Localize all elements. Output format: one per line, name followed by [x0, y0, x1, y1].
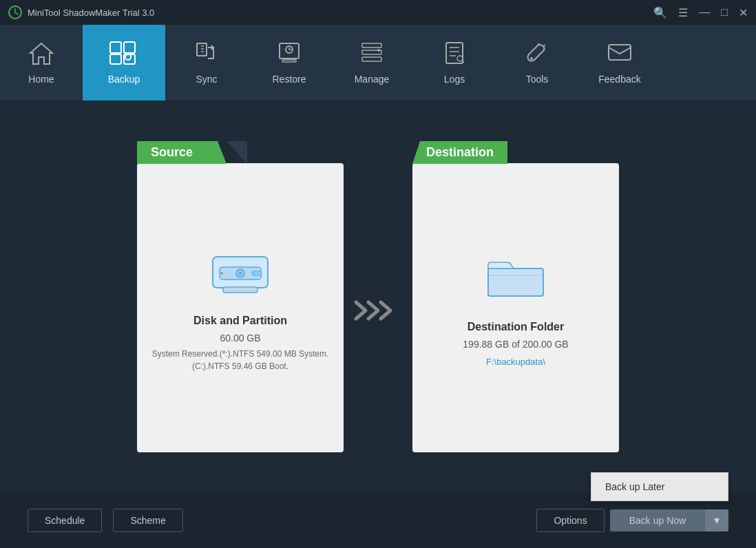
nav-item-restore[interactable]: Restore	[248, 25, 330, 101]
arrow-area	[344, 269, 412, 324]
svg-rect-13	[446, 43, 463, 63]
nav-label-feedback: Feedback	[598, 74, 640, 85]
bottom-right-actions: Options Back up Now ▼	[536, 509, 728, 532]
search-icon[interactable]: 🔍	[653, 6, 667, 19]
nav-item-backup[interactable]: Backup	[83, 25, 165, 101]
destination-card[interactable]: Destination Folder 199.88 GB of 200.00 G…	[412, 163, 619, 452]
backup-dropdown-button[interactable]: ▼	[705, 509, 728, 531]
content-area: Source Disk a	[0, 101, 756, 493]
scheme-button[interactable]: Scheme	[113, 509, 182, 532]
backup-later-item[interactable]: Back up Later	[591, 473, 728, 500]
source-card-detail: System Reserved.(*:).NTFS 549.00 MB Syst…	[151, 348, 330, 372]
app-logo-icon	[8, 6, 22, 19]
svg-rect-11	[362, 57, 381, 61]
svg-point-14	[457, 56, 463, 61]
bottom-left-actions: Schedule Scheme	[28, 509, 183, 532]
svg-point-22	[220, 272, 223, 275]
source-card-title: Disk and Partition	[193, 315, 287, 327]
disk-icon	[202, 243, 278, 301]
feedback-icon	[606, 41, 633, 70]
nav-item-manage[interactable]: Manage	[330, 25, 413, 101]
title-bar: MiniTool ShadowMaker Trial 3.0 🔍 ☰ — □ ✕	[0, 0, 756, 25]
nav-label-sync: Sync	[196, 74, 217, 85]
backup-icon	[109, 41, 139, 70]
window-controls: 🔍 ☰ — □ ✕	[653, 6, 748, 19]
nav-item-logs[interactable]: Logs	[413, 25, 496, 101]
tools-icon	[525, 41, 549, 70]
minimize-icon[interactable]: —	[699, 6, 710, 19]
backup-now-button[interactable]: Back up Now	[610, 509, 705, 531]
home-icon	[28, 41, 55, 70]
bottom-bar: Schedule Scheme Options Back up Now ▼	[0, 493, 756, 548]
sync-icon	[194, 41, 219, 70]
svg-point-15	[530, 57, 533, 60]
options-button[interactable]: Options	[536, 509, 604, 532]
menu-icon[interactable]: ☰	[678, 6, 688, 19]
destination-wrapper: Destination Destination Folder 199.88 GB…	[412, 141, 619, 452]
svg-rect-23	[252, 271, 262, 275]
nav-item-feedback[interactable]: Feedback	[578, 25, 661, 101]
nav-label-home: Home	[28, 74, 54, 85]
nav-item-tools[interactable]: Tools	[496, 25, 578, 101]
svg-rect-21	[223, 287, 258, 293]
nav-label-restore: Restore	[272, 74, 306, 85]
nav-label-tools: Tools	[526, 74, 549, 85]
nav-item-sync[interactable]: Sync	[165, 25, 248, 101]
svg-rect-8	[282, 60, 296, 62]
manage-icon	[359, 41, 384, 70]
app-title: MiniTool ShadowMaker Trial 3.0	[28, 8, 154, 18]
nav-bar: Home Backup Sync	[0, 25, 756, 101]
svg-rect-3	[110, 54, 121, 64]
nav-label-backup: Backup	[108, 74, 140, 85]
source-card[interactable]: Disk and Partition 60.00 GB System Reser…	[137, 163, 344, 452]
backup-dropdown-menu: Back up Later	[591, 472, 728, 501]
logs-icon	[442, 41, 467, 70]
source-label: Source	[137, 141, 227, 164]
backup-now-group: Back up Now ▼	[610, 509, 728, 531]
svg-point-20	[239, 272, 242, 275]
close-icon[interactable]: ✕	[739, 6, 748, 19]
nav-label-logs: Logs	[444, 74, 465, 85]
svg-rect-9	[362, 43, 381, 48]
svg-point-12	[377, 49, 380, 52]
svg-rect-5	[197, 43, 207, 56]
restore-icon	[277, 41, 302, 70]
maximize-icon[interactable]: □	[721, 6, 728, 19]
svg-rect-1	[110, 42, 121, 53]
nav-item-home[interactable]: Home	[0, 25, 83, 101]
schedule-button[interactable]: Schedule	[28, 509, 102, 532]
title-bar-left: MiniTool ShadowMaker Trial 3.0	[8, 6, 154, 19]
dest-card-title: Destination Folder	[468, 321, 564, 333]
nav-label-manage: Manage	[355, 74, 390, 85]
chevrons-icon	[350, 297, 406, 324]
svg-rect-2	[124, 42, 135, 53]
source-wrapper: Source Disk a	[137, 141, 344, 452]
folder-icon	[481, 249, 550, 307]
destination-label: Destination	[412, 141, 507, 164]
dest-card-size: 199.88 GB of 200.00 GB	[463, 339, 568, 350]
source-card-size: 60.00 GB	[220, 333, 260, 344]
svg-rect-16	[609, 45, 631, 60]
dest-card-path: F:\backupdata\	[486, 357, 545, 367]
